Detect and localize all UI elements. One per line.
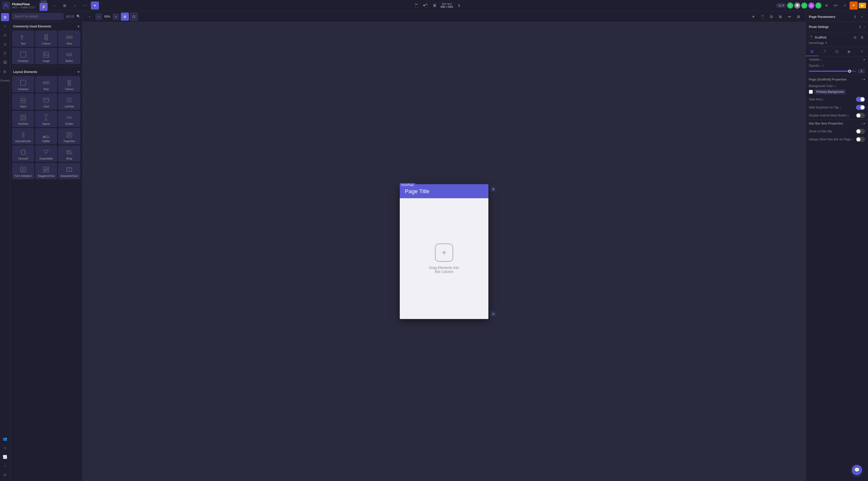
layout-verticaldivider[interactable]: VerticalDivider [12, 128, 34, 145]
sidebar-icon-components[interactable]: ⧉ [1, 40, 9, 48]
app-logo[interactable] [2, 1, 10, 9]
back-button[interactable]: ← [51, 1, 59, 9]
safe-area-toggle[interactable] [856, 97, 865, 102]
nav-button[interactable]: ⊞ [61, 1, 69, 9]
sidebar-icon-connect[interactable]: Connect [1, 76, 9, 85]
layout-column[interactable]: Column [58, 76, 80, 92]
safe-area-info-icon[interactable]: ℹ [823, 98, 824, 101]
zoom-out-button[interactable]: − [96, 13, 102, 20]
layout-carousel[interactable]: Carousel [12, 146, 34, 162]
opacity-info-icon[interactable]: ℹ [820, 64, 821, 67]
layout-wrap[interactable]: Wrap [58, 146, 80, 162]
info-button[interactable]: ℹ [455, 1, 463, 9]
layout-card[interactable]: Card [35, 93, 57, 110]
canvas-tablet-icon[interactable]: ⊟ [767, 12, 775, 21]
scaffold-props-info-icon[interactable]: ℹ [862, 78, 863, 81]
zoom-in-button[interactable]: + [113, 13, 119, 20]
canvas-layout-icon[interactable]: ⊞ [795, 12, 803, 21]
route-settings-info-button[interactable]: ℹ [857, 24, 863, 30]
widget-text[interactable]: T Text [12, 30, 34, 47]
route-settings-row[interactable]: Route Settings ℹ › [809, 24, 865, 30]
tab-properties[interactable]: ⊞ [806, 47, 818, 56]
right-panel-add-button[interactable]: + [859, 13, 865, 20]
desktop-device-button[interactable]: 🖥 [431, 1, 438, 9]
chat-icon[interactable]: 💬 [794, 2, 800, 8]
layout-spacer[interactable]: Spacer [35, 111, 57, 127]
canvas-responsive-icon[interactable]: ⇔ [785, 12, 794, 21]
canvas-desktop-icon[interactable]: ⊞ [776, 12, 784, 21]
tab-more[interactable]: ▶ [843, 47, 856, 56]
canvas-back-button[interactable]: ‹ [86, 12, 94, 21]
bg-color-swatch[interactable] [809, 90, 813, 94]
canvas-top-control[interactable]: ⊞ [490, 186, 496, 192]
opacity-slider[interactable] [809, 71, 856, 72]
export-button[interactable]: ↑ [71, 1, 79, 9]
build-button[interactable]: ⚡ [39, 3, 48, 11]
disable-back-info-icon[interactable]: ℹ [848, 114, 849, 117]
layout-elements-header[interactable]: Layout Elements ▾ [12, 67, 80, 76]
canvas-bottom-control[interactable]: ⊟ [490, 311, 496, 317]
bg-color-info-icon[interactable]: ⊞ [834, 85, 836, 88]
tab-layout[interactable]: ⊟ [831, 47, 843, 56]
run-button[interactable]: ▶ [859, 3, 866, 8]
nav-bar-props-header[interactable]: Nav Bar Item Properties ℹ ▾ [806, 120, 868, 127]
status-indicator-1[interactable]: ✓ [787, 2, 793, 8]
search-icon[interactable]: 🔍 [76, 14, 80, 18]
visibility-info-icon[interactable]: ℹ [821, 58, 822, 61]
always-show-nav-bar-info-icon[interactable]: ℹ [851, 138, 852, 141]
status-indicator-2[interactable]: ✓ [801, 2, 807, 8]
status-indicator-3[interactable]: ✓ [815, 2, 822, 8]
sidebar-icon-ai[interactable]: ✧ [1, 462, 9, 470]
sidebar-icon-analytics[interactable]: 📈 [1, 453, 9, 461]
layout-formvalidation[interactable]: Form Validation [12, 163, 34, 179]
tab-extra[interactable]: ≡ [856, 47, 868, 56]
right-panel-info-button[interactable]: ℹ [852, 13, 858, 20]
widget-column[interactable]: Column [35, 30, 57, 47]
disable-back-toggle[interactable] [856, 113, 865, 118]
widget-image[interactable]: Image [35, 48, 57, 64]
layout-swipeablestack[interactable]: SwipeableStack [58, 163, 80, 179]
sidebar-icon-widgets[interactable]: ⊞ [1, 13, 9, 21]
widget-container[interactable]: Container [12, 48, 34, 64]
phone-device-button[interactable]: 📱 [412, 1, 421, 9]
scaffold-delete-button[interactable]: 🗑 [859, 34, 865, 40]
sidebar-icon-data[interactable]: ☰ [1, 49, 9, 57]
canvas-viewport[interactable]: HomePage Page Title + Drag Elements into… [83, 22, 806, 481]
sidebar-icon-settings[interactable]: ⚙ [1, 471, 9, 479]
show-nav-bar-toggle[interactable] [856, 129, 865, 134]
canvas-sun-icon[interactable]: ☀ [749, 12, 757, 21]
sidebar-icon-theme[interactable]: ◐ [1, 67, 9, 75]
sidebar-icon-team[interactable]: 👥 [1, 435, 9, 443]
mode-select-button[interactable]: ⊞ [121, 12, 129, 21]
settings-button[interactable]: ⋯ [81, 1, 89, 9]
phone-add-button[interactable]: + [435, 244, 453, 262]
hide-keyboard-info-icon[interactable]: ℹ [840, 106, 841, 109]
sidebar-icon-layers[interactable]: ≡ [1, 22, 9, 30]
preview-button[interactable]: 👁 [849, 1, 858, 9]
layout-gridview[interactable]: GridView [12, 111, 34, 127]
external-link-button[interactable]: ↗ [841, 1, 848, 9]
tablet-device-button[interactable]: 📲 [422, 1, 430, 9]
layout-divider[interactable]: Divider [58, 111, 80, 127]
sidebar-icon-integrations[interactable]: ◎ [1, 444, 9, 452]
code-button[interactable]: </> [832, 1, 840, 9]
always-show-nav-bar-toggle[interactable] [856, 137, 865, 142]
layout-pageview[interactable]: PageView [58, 128, 80, 145]
hide-keyboard-toggle[interactable] [856, 105, 865, 110]
canvas-phone-icon[interactable]: 📱 [758, 12, 766, 21]
sidebar-icon-storyboard[interactable]: ⊟ [1, 31, 9, 39]
mode-wireframe-button[interactable]: ⊡ [130, 12, 138, 21]
widget-row[interactable]: Row [58, 30, 80, 47]
commonly-used-header[interactable]: Commonly Used Elements ▾ [12, 22, 80, 30]
layout-row[interactable]: Row [35, 76, 57, 92]
sidebar-icon-media[interactable]: 🖼 [1, 58, 9, 66]
scaffold-props-header[interactable]: Page (Scaffold) Properties ℹ ▾ [806, 76, 868, 83]
nav-bar-info-icon[interactable]: ℹ [862, 122, 863, 125]
layout-tabbar[interactable]: TabBar [35, 128, 57, 145]
active-mode-button[interactable]: ✦ [91, 1, 99, 9]
search-input[interactable] [12, 13, 63, 20]
layout-stack[interactable]: Stack [12, 93, 34, 110]
scaffold-edit-icon[interactable]: ✎ [825, 41, 828, 45]
share-icon[interactable]: ⇄ [808, 2, 814, 8]
scaffold-copy-button[interactable]: ⊞ [852, 34, 858, 40]
